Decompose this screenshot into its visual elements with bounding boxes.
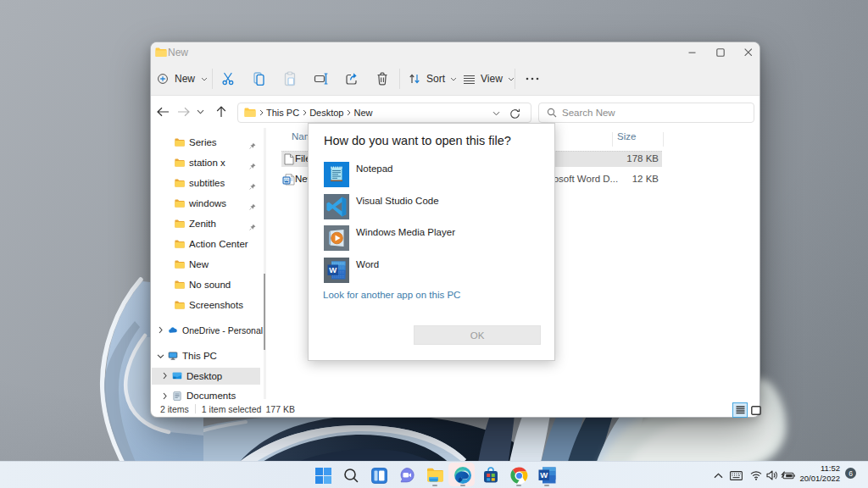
address-dropdown-icon[interactable] <box>492 111 500 116</box>
sidebar-item-series[interactable]: Series <box>152 132 264 152</box>
tray-chevron-up-icon[interactable] <box>712 469 724 481</box>
forward-icon <box>177 107 190 117</box>
notification-badge[interactable]: 6 <box>845 468 856 479</box>
cut-button[interactable] <box>220 70 237 91</box>
taskbar: W 11:52 20/01/2022 <box>0 461 868 488</box>
folder-icon <box>175 178 185 188</box>
battery-icon[interactable] <box>780 469 795 481</box>
task-view-button[interactable] <box>369 465 389 485</box>
refresh-button[interactable] <box>509 108 520 119</box>
desktop-icon <box>172 371 182 381</box>
notepad-icon <box>324 162 349 187</box>
sidebar-item-new[interactable]: New <box>152 254 264 274</box>
folder-icon <box>175 280 185 290</box>
taskbar-search-button[interactable] <box>341 465 361 485</box>
wifi-icon[interactable] <box>749 469 763 481</box>
chevron-right-icon[interactable] <box>160 372 169 380</box>
app-option-word[interactable]: W Word <box>324 258 379 283</box>
minimize-button[interactable] <box>678 42 706 62</box>
sidebar-item-label: Zenith <box>189 219 216 229</box>
svg-text:W: W <box>329 265 337 274</box>
look-for-another-app-link[interactable]: Look for another app on this PC <box>323 290 460 300</box>
up-button[interactable] <box>211 96 231 128</box>
view-details-button[interactable] <box>732 402 748 418</box>
breadcrumb-desktop[interactable]: Desktop <box>309 108 343 118</box>
sidebar-item-windows[interactable]: windows <box>152 193 264 214</box>
view-button[interactable]: View <box>463 69 515 89</box>
sidebar-item-onedrive[interactable]: OneDrive - Personal <box>152 320 264 341</box>
store-button[interactable] <box>481 465 501 485</box>
sidebar-item-subtitles[interactable]: subtitles <box>152 173 264 193</box>
volume-icon[interactable] <box>765 469 779 481</box>
status-selected-size: 177 KB <box>265 404 294 414</box>
app-option-notepad[interactable]: Notepad <box>324 162 392 187</box>
breadcrumb-chevron-icon <box>347 109 351 116</box>
paste-button[interactable] <box>281 70 298 91</box>
app-option-vscode[interactable]: Visual Studio Code <box>324 194 439 219</box>
address-folder-icon <box>244 108 256 118</box>
sidebar-item-desktop[interactable]: Desktop <box>156 366 268 386</box>
chat-icon <box>398 467 415 484</box>
address-bar[interactable]: This PC Desktop New <box>237 103 531 123</box>
folder-icon <box>175 239 185 249</box>
edge-running-indicator <box>460 485 465 487</box>
sidebar-item-station-x[interactable]: station x <box>152 152 264 173</box>
sidebar-scrollbar-track[interactable] <box>264 128 266 399</box>
sort-button[interactable]: Sort <box>408 69 457 89</box>
close-button[interactable] <box>734 42 762 62</box>
app-option-wmp[interactable]: Windows Media Player <box>324 225 455 251</box>
sidebar-item-action-center[interactable]: Action Center <box>152 234 264 254</box>
search-box[interactable]: Search New <box>538 103 754 123</box>
edge-button[interactable] <box>453 465 473 485</box>
sidebar-item-this-pc[interactable]: This PC <box>152 346 264 366</box>
sidebar-item-screenshots[interactable]: Screenshots <box>152 295 264 315</box>
ok-button[interactable]: OK <box>414 325 541 345</box>
tray-clock[interactable]: 11:52 20/01/2022 <box>799 463 840 485</box>
recent-locations-button[interactable] <box>192 96 209 128</box>
chat-button[interactable] <box>397 465 417 485</box>
sidebar-item-zenith[interactable]: Zenith <box>152 214 264 234</box>
column-separator[interactable] <box>663 132 664 147</box>
forward-button[interactable] <box>173 96 193 128</box>
share-button[interactable] <box>343 70 360 91</box>
chrome-button[interactable] <box>509 465 529 485</box>
back-icon <box>157 107 170 117</box>
new-button[interactable]: New <box>158 69 208 89</box>
file-explorer-button[interactable] <box>425 465 445 485</box>
titlebar-folder-icon <box>155 47 167 58</box>
sidebar-item-no-sound[interactable]: No sound <box>152 274 264 295</box>
this-pc-icon <box>168 351 178 361</box>
chevron-right-icon[interactable] <box>156 326 164 334</box>
rename-button[interactable] <box>313 70 330 91</box>
chevron-right-icon[interactable] <box>160 392 169 400</box>
maximize-button[interactable] <box>706 42 734 62</box>
store-icon <box>482 467 499 484</box>
touch-keyboard-icon[interactable] <box>729 469 743 481</box>
file-row-size: 12 KB <box>612 174 659 184</box>
sidebar-item-label: station x <box>189 158 225 168</box>
share-icon <box>343 70 360 87</box>
see-more-button[interactable] <box>525 70 540 91</box>
status-item-count: 2 items <box>160 404 189 414</box>
breadcrumb-new[interactable]: New <box>353 108 372 118</box>
column-header-size[interactable]: Size <box>617 131 636 141</box>
back-button[interactable] <box>153 96 173 128</box>
sidebar-scrollbar-thumb[interactable] <box>264 274 265 350</box>
word-button[interactable]: W <box>537 465 557 485</box>
sidebar-item-label: Documents <box>186 391 236 401</box>
delete-button[interactable] <box>374 70 391 91</box>
breadcrumb-this-pc[interactable]: This PC <box>266 108 299 118</box>
chrome-running-indicator <box>516 485 521 487</box>
column-separator[interactable] <box>612 132 613 147</box>
copy-button[interactable] <box>251 70 268 91</box>
status-bar: 2 items 1 item selected 177 KB <box>151 402 760 416</box>
view-thumbnails-button[interactable] <box>750 404 762 416</box>
chevron-down-icon[interactable] <box>156 354 164 358</box>
taskbar-search-icon <box>343 468 359 483</box>
edge-icon <box>453 466 472 485</box>
view-icon <box>463 73 476 86</box>
view-button-label: View <box>481 73 503 85</box>
start-button[interactable] <box>313 465 333 485</box>
onedrive-cloud-icon <box>168 325 178 336</box>
paste-icon <box>281 70 298 87</box>
